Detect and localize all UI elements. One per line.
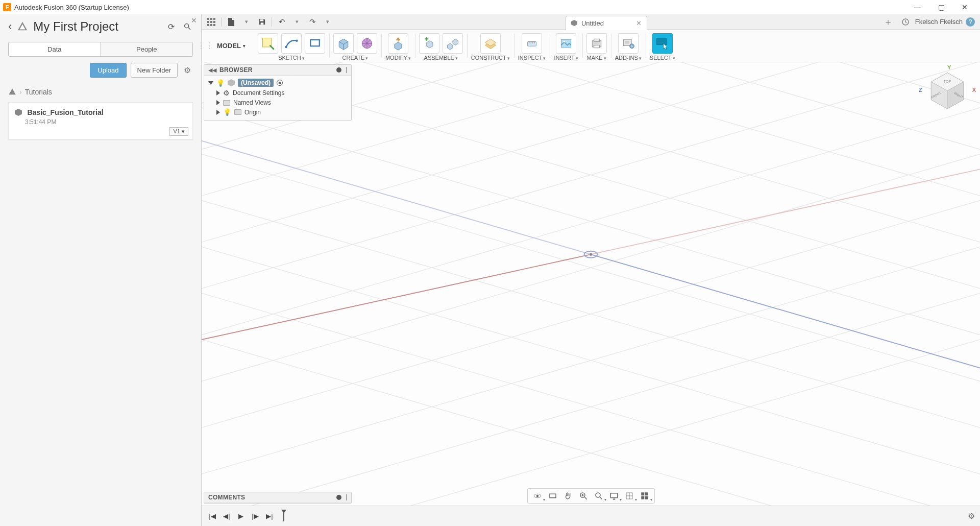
timeline-prev-button[interactable]: ◀| <box>221 511 232 522</box>
lightbulb-off-icon[interactable]: 💡 <box>223 108 231 116</box>
redo-button[interactable]: ↷ <box>306 15 319 29</box>
new-folder-button[interactable]: New Folder <box>131 63 178 78</box>
tab-data[interactable]: Data <box>9 42 101 56</box>
form-button[interactable] <box>357 33 377 54</box>
svg-line-51 <box>202 254 591 393</box>
upload-button[interactable]: Upload <box>90 63 126 78</box>
timeline-first-button[interactable]: |◀ <box>207 511 218 522</box>
browser-resize-handle[interactable] <box>346 67 347 73</box>
grid-settings-button[interactable] <box>623 490 636 501</box>
ribbon-handle[interactable]: ⋮⋮ <box>202 30 209 62</box>
measure-button[interactable] <box>522 33 542 54</box>
browser-item-document-settings[interactable]: ⚙ Document Settings <box>207 88 348 98</box>
timeline-next-button[interactable]: |▶ <box>250 511 261 522</box>
select-button[interactable] <box>652 33 673 54</box>
show-data-panel-button[interactable] <box>205 15 218 29</box>
browser-rewind-icon[interactable]: ◀◀ <box>208 67 216 74</box>
viewcube[interactable]: Y Z X TOP FRONT RIGHT <box>925 67 970 112</box>
rectangle-button[interactable] <box>305 33 325 54</box>
undo-button[interactable]: ↶ <box>275 15 288 29</box>
zoom-button[interactable] <box>577 490 590 501</box>
insert-derive-button[interactable] <box>556 33 576 54</box>
chevron-right-icon: › <box>19 88 22 96</box>
file-menu-dropdown[interactable]: ▾ <box>240 15 253 29</box>
create-sketch-button[interactable] <box>258 33 278 54</box>
new-design-button[interactable]: ＋ <box>880 16 896 28</box>
scripts-button[interactable] <box>618 33 639 54</box>
line-button[interactable] <box>281 33 302 54</box>
expand-toggle[interactable] <box>216 90 220 95</box>
file-menu-button[interactable] <box>225 15 238 29</box>
display-settings-button[interactable] <box>607 490 621 501</box>
document-tab-label: Untitled <box>581 19 632 27</box>
viewports-button[interactable] <box>638 490 651 501</box>
svg-rect-2 <box>207 18 209 20</box>
window-minimize-button[interactable]: — <box>912 1 924 13</box>
offset-plane-button[interactable] <box>480 33 501 54</box>
timeline-last-button[interactable]: ▶| <box>264 511 275 522</box>
axis-z-label: Z <box>919 87 922 93</box>
expand-toggle[interactable] <box>216 110 220 115</box>
orbit-button[interactable] <box>531 490 544 501</box>
data-panel-settings-button[interactable]: ⚙ <box>182 65 193 75</box>
window-maximize-button[interactable]: ▢ <box>935 1 947 13</box>
window-close-button[interactable]: ✕ <box>959 1 971 13</box>
svg-rect-4 <box>213 18 215 20</box>
new-component-button[interactable] <box>419 33 439 54</box>
canvas[interactable]: ◀◀ BROWSER 💡 (Unsaved) <box>202 62 980 526</box>
svg-rect-28 <box>656 38 666 44</box>
help-button[interactable]: ? <box>966 17 975 27</box>
component-icon <box>228 79 235 86</box>
fit-button[interactable] <box>592 490 605 501</box>
tab-people[interactable]: People <box>101 42 193 56</box>
svg-rect-12 <box>260 22 263 25</box>
svg-line-46 <box>202 268 980 526</box>
timeline-settings-button[interactable]: ⚙ <box>968 511 975 521</box>
workspace-switcher[interactable]: MODEL▾ <box>209 30 254 62</box>
svg-point-56 <box>590 253 592 256</box>
expand-toggle[interactable] <box>216 100 220 105</box>
svg-line-65 <box>584 497 587 499</box>
job-status-button[interactable] <box>899 15 912 29</box>
team-icon <box>8 88 16 96</box>
user-name[interactable]: Fkelsch Fkelsch <box>915 18 963 26</box>
comments-resize-handle[interactable] <box>346 494 347 500</box>
box-button[interactable] <box>333 33 354 54</box>
design-name: Basic_Fusion_Tutorial <box>27 108 103 116</box>
browser-item-named-views[interactable]: Named Views <box>207 98 348 107</box>
data-panel-close-button[interactable]: ✕ <box>191 16 197 25</box>
refresh-button[interactable]: ⟳ <box>165 21 177 32</box>
browser-item-origin[interactable]: 💡 Origin <box>207 107 348 117</box>
svg-rect-77 <box>645 492 648 495</box>
redo-dropdown[interactable]: ▾ <box>321 15 334 29</box>
pan-button[interactable] <box>561 490 575 501</box>
timeline-playhead[interactable] <box>281 510 286 522</box>
undo-dropdown[interactable]: ▾ <box>290 15 304 29</box>
presspull-button[interactable] <box>388 33 408 54</box>
breadcrumb-root: Tutorials <box>25 88 52 96</box>
ribbon-group-sketch: SKETCH▾ <box>254 30 329 62</box>
lightbulb-icon[interactable]: 💡 <box>216 79 225 87</box>
design-list-item[interactable]: Basic_Fusion_Tutorial 3:51:44 PM V1 ▾ <box>8 102 193 139</box>
design-timestamp: 3:51:44 PM <box>25 118 186 126</box>
back-button[interactable]: ‹ <box>8 20 12 33</box>
close-tab-button[interactable]: ✕ <box>636 19 642 27</box>
save-button[interactable] <box>255 15 268 29</box>
gear-icon: ⚙ <box>223 89 230 97</box>
document-tab[interactable]: Untitled ✕ <box>566 16 647 30</box>
browser-root-row[interactable]: 💡 (Unsaved) <box>207 78 348 88</box>
3d-print-button[interactable] <box>586 33 607 54</box>
comments-options-button[interactable] <box>336 495 341 500</box>
version-dropdown[interactable]: V1 ▾ <box>169 127 188 136</box>
timeline-play-button[interactable]: ▶ <box>235 511 247 522</box>
svg-rect-25 <box>594 45 599 48</box>
timeline-track[interactable] <box>278 511 965 522</box>
ribbon-group-addins: ADD-INS▾ <box>611 30 646 62</box>
joint-button[interactable] <box>443 33 463 54</box>
data-panel-tabs: Data People <box>8 42 193 57</box>
look-at-button[interactable] <box>546 490 559 501</box>
browser-options-button[interactable] <box>336 67 341 73</box>
breadcrumb[interactable]: › Tutorials <box>0 84 201 100</box>
expand-toggle[interactable] <box>208 81 213 85</box>
activate-radio-icon[interactable] <box>277 80 283 86</box>
